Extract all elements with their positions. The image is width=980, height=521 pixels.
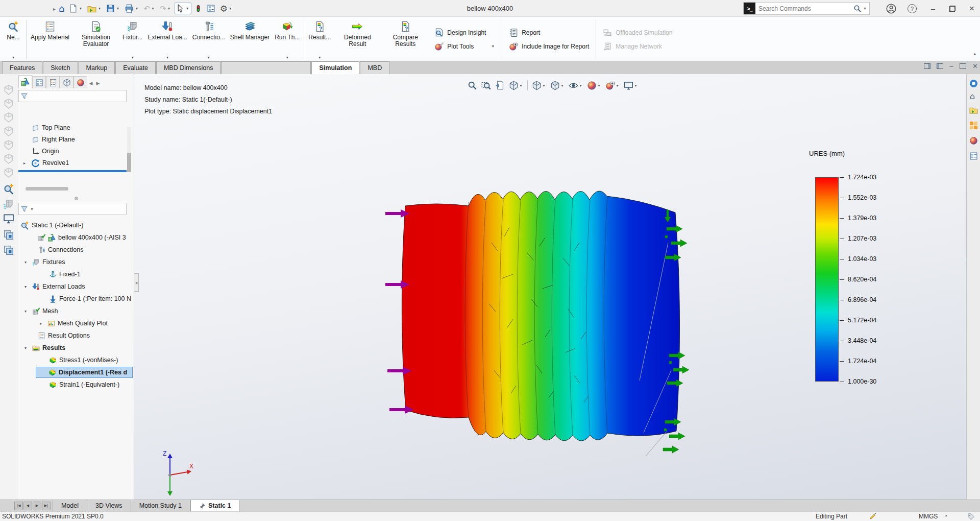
dropdown-caret-icon[interactable] (134, 6, 139, 11)
tree-collapse-icon[interactable] (24, 346, 30, 350)
dropdown-caret-icon[interactable] (151, 6, 155, 11)
tree-collapse-icon[interactable] (24, 260, 30, 265)
tab-scroll-first-icon[interactable]: |◀ (14, 502, 23, 510)
simulation-evaluator-button[interactable]: Simulation Evaluator (72, 18, 120, 61)
rollback-bar[interactable] (18, 170, 127, 172)
wrench-tool-icon[interactable] (3, 199, 14, 210)
rebuild-button[interactable] (193, 3, 204, 14)
dropdown-caret-icon[interactable] (285, 56, 289, 60)
tree-item-external-loads[interactable]: External Loads (17, 281, 131, 292)
file-properties-button[interactable] (205, 3, 217, 14)
tab-features[interactable]: Features (2, 61, 42, 74)
home-button[interactable]: ⌂ (57, 4, 66, 14)
external-loads-button[interactable]: External Loa... (145, 18, 189, 61)
tree-item-stress1[interactable]: Stress1 (-vonMises-) (17, 354, 131, 366)
tree-item-result-options[interactable]: Result Options (17, 330, 131, 341)
options-button[interactable]: ⚙ (218, 4, 234, 14)
custom-properties-icon[interactable] (969, 152, 978, 160)
search-commands-box[interactable] (743, 2, 870, 15)
status-tag-icon[interactable] (967, 513, 975, 520)
tab-scroll-last-icon[interactable]: ▶| (42, 502, 51, 510)
shell-manager-button[interactable]: Shell Manager (228, 18, 272, 61)
include-image-for-report-button[interactable]: Include Image for Report (509, 42, 589, 51)
filter-caret-icon[interactable] (30, 207, 34, 211)
screen-tool-icon[interactable] (3, 213, 14, 224)
solidworks-resources-icon[interactable] (969, 79, 978, 88)
panel-tab-scroll-left-icon[interactable]: ◀ (87, 78, 94, 88)
dropdown-caret-icon[interactable] (115, 6, 120, 11)
study-tree-filter[interactable] (18, 203, 127, 215)
undo-button[interactable]: ↶ (142, 4, 157, 14)
tab-static-1[interactable]: Static 1 (190, 500, 239, 511)
search-dropdown-caret-icon[interactable] (863, 6, 867, 11)
tab-mbd-dimensions[interactable]: MBD Dimensions (156, 61, 221, 74)
close-button[interactable]: × (967, 4, 977, 14)
tree-collapse-icon[interactable] (24, 285, 30, 289)
tree-horizontal-scrollbar[interactable] (26, 187, 68, 191)
tree-expand-icon[interactable] (40, 321, 45, 326)
redo-button[interactable]: ↷ (158, 4, 173, 14)
save-button[interactable] (105, 3, 121, 14)
layers-copy-tool-icon[interactable] (3, 245, 14, 256)
tree-item-connections[interactable]: Connections (17, 244, 131, 255)
select-star-tool-icon[interactable] (3, 183, 14, 195)
new-document-button[interactable] (67, 3, 84, 14)
configurationmanager-tab[interactable] (46, 76, 60, 88)
tree-vertical-scrollbar[interactable] (127, 127, 131, 172)
help-icon[interactable]: ? (908, 4, 917, 13)
tree-item-mesh[interactable]: Mesh (17, 305, 131, 317)
dropdown-caret-icon[interactable] (97, 6, 102, 11)
dropdown-caret-icon[interactable] (130, 56, 135, 60)
tab-motion-study-1[interactable]: Motion Study 1 (131, 500, 190, 511)
tree-item-results[interactable]: Results (17, 342, 131, 353)
tab-sketch[interactable]: Sketch (43, 61, 78, 74)
tab-model[interactable]: Model (53, 500, 87, 511)
dropdown-caret-icon[interactable] (491, 44, 495, 49)
search-input[interactable] (755, 5, 853, 12)
tab-blank[interactable] (221, 61, 311, 74)
tab-scroll-next-icon[interactable]: ▶ (33, 502, 41, 510)
deformed-result-button[interactable]: Deformed Result (333, 18, 381, 61)
document-close-icon[interactable]: ✕ (972, 63, 978, 69)
tree-item-top-plane[interactable]: Top Plane (17, 122, 131, 133)
dimxpertmanager-tab[interactable] (60, 76, 74, 88)
document-minimize-icon[interactable]: ‒ (949, 63, 953, 69)
feature-tree-filter[interactable] (18, 90, 127, 102)
fixtures-advisor-button[interactable]: Fixtur... (120, 18, 145, 61)
tree-item-part-node[interactable]: bellow 400x400 (-AISI 3 (17, 232, 131, 243)
units-caret-icon[interactable]: ▴ (945, 513, 947, 517)
tree-item-fixed1[interactable]: Fixed-1 (17, 269, 131, 280)
dropdown-caret-icon[interactable] (185, 6, 190, 11)
ribbon-collapse-icon[interactable]: ▴ (973, 51, 976, 56)
report-button[interactable]: Report (509, 28, 589, 37)
displaymanager-tab[interactable] (74, 76, 87, 88)
dropdown-caret-icon[interactable] (78, 6, 83, 11)
tab-evaluate[interactable]: Evaluate (115, 61, 156, 74)
results-advisor-button[interactable]: Result... (306, 18, 333, 61)
tree-item-revolve1[interactable]: Revolve1 (17, 157, 131, 169)
featuremanager-tab[interactable] (18, 75, 32, 88)
tab-mbd[interactable]: MBD (360, 61, 389, 74)
compare-results-button[interactable]: Compare Results (381, 18, 429, 61)
run-study-button[interactable]: Run Th... (272, 18, 302, 61)
bellows-body[interactable] (402, 191, 679, 456)
graphics-viewport[interactable]: ◂ Model name: bellow 400x400 Study name:… (134, 74, 966, 500)
dropdown-caret-icon[interactable] (317, 56, 322, 60)
account-icon[interactable] (886, 4, 896, 14)
tree-expand-icon[interactable] (23, 161, 29, 165)
design-insight-button[interactable]: Design Insight (434, 28, 495, 37)
dropdown-caret-icon[interactable] (228, 6, 233, 11)
appearances-scenes-icon[interactable] (969, 136, 978, 145)
design-library-icon[interactable] (969, 106, 978, 114)
tree-item-strain1[interactable]: Strain1 (-Equivalent-) (17, 379, 131, 390)
document-restore-icon[interactable] (960, 63, 966, 69)
tree-item-force1[interactable]: Force-1 (:Per item: 100 N (17, 293, 131, 304)
scrollbar-thumb[interactable] (127, 153, 131, 172)
file-explorer-icon[interactable] (969, 121, 978, 130)
tab-scroll-prev-icon[interactable]: ◀ (23, 502, 32, 510)
apply-material-button[interactable]: Apply Material (28, 18, 72, 61)
search-icon[interactable] (853, 5, 862, 13)
connections-button[interactable]: Connectio... (190, 18, 228, 61)
plot-tools-button[interactable]: Plot Tools (434, 42, 495, 51)
tree-item-displacement1[interactable]: Displacement1 (-Res d (36, 367, 133, 378)
